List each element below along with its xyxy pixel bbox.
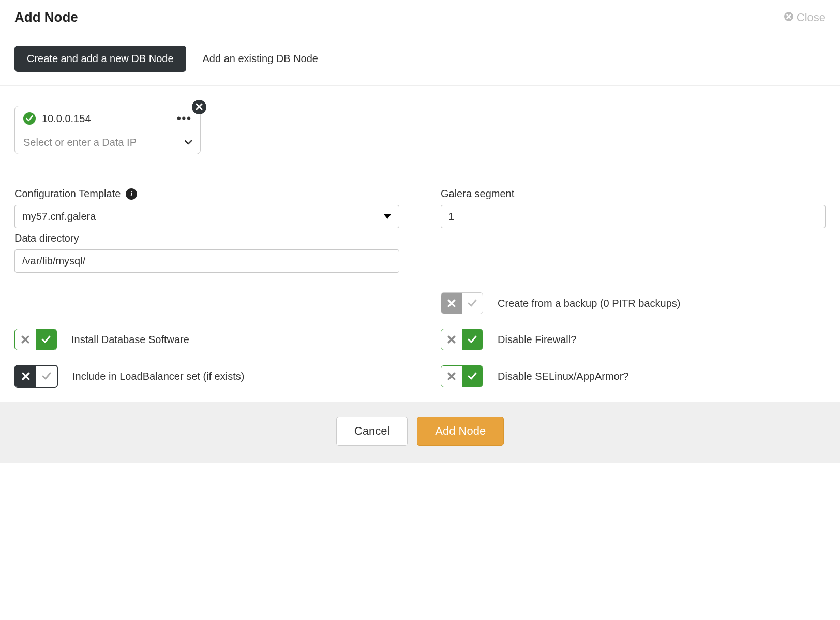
config-template-label: Configuration Template xyxy=(14,188,121,200)
close-label: Close xyxy=(797,11,826,24)
dialog-title: Add Node xyxy=(14,9,78,25)
field-galera-segment: Galera segment xyxy=(441,188,826,228)
tab-add-existing[interactable]: Add an existing DB Node xyxy=(203,53,318,65)
toggle-label: Disable SELinux/AppArmor? xyxy=(498,371,628,382)
toggle-include-in-lb-row: Include in LoadBalancer set (if exists) xyxy=(14,365,399,388)
add-node-button[interactable]: Add Node xyxy=(417,417,504,446)
settings-section: Configuration Template i my57.cnf.galera… xyxy=(0,175,840,287)
check-icon xyxy=(462,329,483,350)
x-icon xyxy=(16,366,36,387)
host-card: 10.0.0.154 ••• Select or enter a Data IP xyxy=(14,106,201,154)
dialog-header: Add Node Close xyxy=(0,0,840,35)
data-directory-label: Data directory xyxy=(14,232,79,244)
config-template-select[interactable]: my57.cnf.galera xyxy=(14,205,399,228)
close-icon xyxy=(196,101,203,113)
data-directory-input[interactable] xyxy=(14,249,399,273)
hosts-section: 10.0.0.154 ••• Select or enter a Data IP xyxy=(0,86,840,175)
galera-segment-input[interactable] xyxy=(441,205,826,228)
mode-tabs: Create and add a new DB Node Add an exis… xyxy=(0,35,840,86)
x-icon xyxy=(441,329,462,350)
dialog-footer: Cancel Add Node xyxy=(0,402,840,463)
check-icon xyxy=(462,293,483,314)
toggle-disable-selinux-row: Disable SELinux/AppArmor? xyxy=(441,365,826,388)
check-icon xyxy=(36,366,57,387)
chevron-down-icon xyxy=(185,137,192,149)
x-icon xyxy=(441,293,462,314)
toggle-label: Disable Firewall? xyxy=(498,334,576,346)
toggle-create-from-backup-row: Create from a backup (0 PITR backups) xyxy=(441,292,826,314)
toggle-label: Install Database Software xyxy=(71,334,189,346)
data-ip-placeholder: Select or enter a Data IP xyxy=(23,137,137,149)
toggle-disable-selinux[interactable] xyxy=(441,365,483,387)
close-icon xyxy=(784,11,793,24)
check-circle-icon xyxy=(23,112,36,125)
field-config-template: Configuration Template i my57.cnf.galera xyxy=(14,188,399,228)
info-icon[interactable]: i xyxy=(126,188,137,200)
x-icon xyxy=(441,366,462,387)
tab-create-new[interactable]: Create and add a new DB Node xyxy=(14,46,186,72)
toggles-section: Create from a backup (0 PITR backups) In… xyxy=(0,290,840,398)
check-icon xyxy=(462,366,483,387)
remove-host-button[interactable] xyxy=(192,100,206,114)
x-icon xyxy=(15,329,36,350)
toggle-include-in-lb[interactable] xyxy=(14,365,58,388)
toggle-label: Create from a backup (0 PITR backups) xyxy=(498,298,680,309)
add-node-dialog: Add Node Close Create and add a new DB N… xyxy=(0,0,840,463)
host-row: 10.0.0.154 ••• xyxy=(15,106,200,131)
toggle-label: Include in LoadBalancer set (if exists) xyxy=(72,371,244,382)
check-icon xyxy=(36,329,56,350)
close-button[interactable]: Close xyxy=(784,11,826,24)
galera-segment-label: Galera segment xyxy=(441,188,514,200)
cancel-button[interactable]: Cancel xyxy=(336,417,408,446)
toggle-install-db-software-row: Install Database Software xyxy=(14,329,399,350)
host-ip: 10.0.0.154 xyxy=(42,113,171,125)
toggle-disable-firewall-row: Disable Firewall? xyxy=(441,329,826,350)
toggle-install-db-software[interactable] xyxy=(14,329,57,350)
toggle-disable-firewall[interactable] xyxy=(441,329,483,350)
toggle-create-from-backup xyxy=(441,292,483,314)
data-ip-select[interactable]: Select or enter a Data IP xyxy=(15,131,200,154)
field-data-directory: Data directory xyxy=(14,232,399,273)
